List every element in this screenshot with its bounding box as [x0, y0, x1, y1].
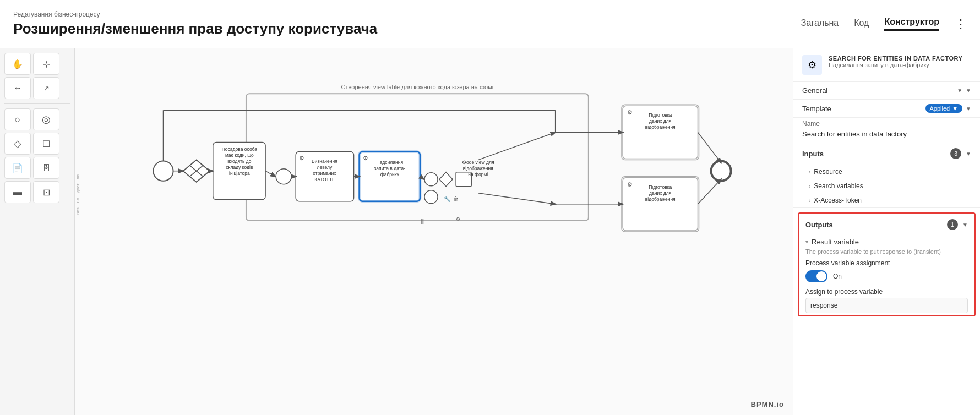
svg-line-57: [698, 132, 721, 162]
nav-constructor[interactable]: Конструктор: [884, 17, 939, 31]
general-label: General: [802, 86, 827, 95]
toggle-knob: [816, 271, 826, 281]
input-resource[interactable]: › Resource: [793, 165, 980, 179]
svg-text:отриманих: отриманих: [313, 171, 336, 176]
outputs-header[interactable]: Outputs 1 ▼: [799, 214, 974, 236]
template-section: Template Applied ▼ ▼: [793, 100, 980, 118]
process-variable-toggle[interactable]: [805, 270, 827, 282]
outputs-title: Outputs: [805, 221, 833, 229]
name-value: Search for entities in data factory: [802, 130, 971, 138]
svg-point-30: [424, 190, 438, 204]
svg-rect-2: [622, 105, 699, 160]
svg-text:левелу: левелу: [317, 165, 333, 170]
inputs-title: Inputs: [802, 150, 824, 158]
svg-line-49: [265, 171, 275, 177]
outputs-count-badge: 1: [947, 219, 958, 230]
svg-line-6: [190, 166, 203, 177]
create-task-button[interactable]: ☐: [33, 133, 59, 155]
inputs-header[interactable]: Inputs 3 ▼: [793, 143, 980, 165]
inputs-caret-icon[interactable]: ▼: [966, 151, 971, 157]
svg-marker-28: [439, 172, 453, 187]
nav-code[interactable]: Код: [854, 18, 869, 30]
nav-general[interactable]: Загальна: [801, 18, 839, 30]
input-x-access-token[interactable]: › X-Access-Token: [793, 193, 980, 208]
template-label: Template: [802, 105, 831, 113]
create-start-event-button[interactable]: ○: [4, 108, 31, 130]
svg-text:Підготовка: Підготовка: [649, 112, 672, 118]
svg-text:🔧: 🔧: [444, 195, 451, 203]
name-row: Name Search for entities in data factory: [793, 118, 980, 143]
svg-text:Створення view lable для кожно: Створення view lable для кожного кода юз…: [341, 84, 494, 90]
input-search-variables[interactable]: › Search variables: [793, 179, 980, 193]
toolbar-row-6: ▬ ⊡: [4, 181, 70, 203]
svg-rect-22: [360, 152, 420, 201]
svg-text:Посадова особа: Посадова особа: [222, 146, 258, 152]
create-subprocess-button[interactable]: ▬: [4, 181, 31, 203]
more-menu-button[interactable]: ⋮: [955, 17, 967, 31]
template-caret[interactable]: ▼: [966, 106, 971, 112]
svg-text:відображення: відображення: [645, 196, 676, 202]
svg-rect-41: [623, 178, 698, 231]
outputs-caret-icon[interactable]: ▼: [962, 222, 968, 228]
svg-text:запита в дата-: запита в дата-: [374, 166, 405, 171]
svg-rect-8: [213, 143, 265, 200]
result-variable-desc: The process variable to put response to …: [805, 248, 968, 255]
result-variable-section: ▾ Result variable The process variable t…: [799, 236, 974, 315]
svg-text:⚙: ⚙: [627, 109, 633, 116]
svg-text:входять до: входять до: [227, 159, 251, 164]
assign-label: Assign to process variable: [805, 288, 968, 296]
applied-badge[interactable]: Applied ▼: [925, 104, 963, 113]
panel-header: ⚙ SEARCH FOR ENTITIES IN DATA FACTORY На…: [793, 48, 980, 82]
svg-text:має коди, що: має коди, що: [225, 152, 254, 158]
svg-text:ініціатора: ініціатора: [229, 171, 250, 176]
svg-marker-5: [183, 160, 210, 182]
inputs-count-badge: 3: [950, 148, 961, 159]
panel-title: SEARCH FOR ENTITIES IN DATA FACTORY: [829, 55, 962, 62]
hand-tool-button[interactable]: ✋: [4, 53, 31, 75]
general-caret[interactable]: ▼: [957, 88, 962, 94]
svg-line-7: [190, 166, 203, 177]
svg-text:КАТОТТГ: КАТОТТГ: [314, 177, 335, 182]
svg-text:Підготовка: Підготовка: [649, 184, 672, 190]
svg-point-27: [424, 173, 438, 186]
x-access-token-chevron-icon: ›: [809, 198, 810, 204]
bpmn-canvas[interactable]: Створення view lable для кожного кода юз…: [75, 48, 793, 415]
general-row: General ▼ ▼: [793, 82, 980, 99]
lasso-tool-button[interactable]: ⊹: [33, 53, 59, 75]
header: Редагування бізнес-процесу Розширення/зм…: [0, 0, 980, 48]
create-intermediate-button[interactable]: ◎: [33, 108, 59, 130]
svg-text:⚙: ⚙: [299, 155, 304, 161]
toolbar-row-1: ✋ ⊹: [4, 53, 70, 75]
header-left: Редагування бізнес-процесу Розширення/зм…: [13, 10, 377, 37]
panel-subtitle: Надсилання запиту в дата-фабрику: [829, 62, 962, 68]
bpmn-watermark: BPMN.io: [751, 400, 784, 408]
svg-text:даних для: даних для: [649, 118, 672, 124]
svg-text:⚙: ⚙: [363, 155, 368, 161]
create-gateway-button[interactable]: ◇: [4, 133, 31, 155]
svg-line-52: [420, 177, 424, 179]
svg-text:⚙ode view для: ⚙ode view для: [462, 160, 494, 165]
panel-header-text: SEARCH FOR ENTITIES IN DATA FACTORY Надс…: [829, 55, 962, 68]
general-section: General ▼ ▼: [793, 82, 980, 100]
create-group-button[interactable]: ⊡: [33, 181, 59, 203]
svg-rect-15: [296, 152, 353, 201]
inputs-section: Inputs 3 ▼ › Resource › Search variables…: [793, 143, 980, 208]
create-data-store-button[interactable]: 🗄: [33, 157, 59, 179]
svg-text:🗑: 🗑: [453, 196, 459, 202]
toolbar-row-3: ○ ◎: [4, 108, 70, 130]
result-variable-row: ▾ Result variable: [805, 238, 968, 246]
toolbar: ✋ ⊹ ↔ ↗ ○ ◎ ◇ ☐ 📄 🗄 ▬ ⊡: [0, 48, 75, 415]
svg-text:на формі: на формі: [468, 172, 488, 177]
template-row: Template Applied ▼ ▼: [793, 100, 980, 117]
svg-point-4: [153, 161, 173, 181]
svg-text:|||: |||: [421, 219, 424, 224]
header-subtitle: Редагування бізнес-процесу: [13, 10, 377, 18]
create-data-object-button[interactable]: 📄: [4, 157, 31, 179]
svg-line-58: [698, 179, 721, 204]
svg-point-14: [276, 169, 291, 184]
create-connect-button[interactable]: ↗: [33, 77, 59, 99]
applied-chevron-icon: ▼: [952, 105, 958, 112]
general-expand[interactable]: ▼: [966, 88, 971, 94]
assign-input[interactable]: [805, 298, 968, 313]
global-connect-button[interactable]: ↔: [4, 77, 31, 99]
